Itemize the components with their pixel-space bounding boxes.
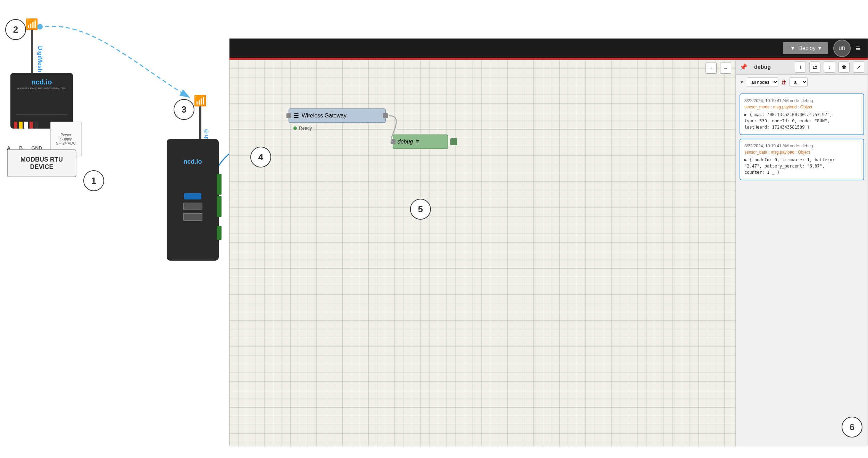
filter-bar: ▼ all nodes 🗑 all bbox=[736, 75, 868, 90]
step-4-circle: 4 bbox=[250, 147, 271, 167]
gateway-device-body: ncd.io bbox=[167, 139, 222, 268]
step-3-circle: 3 bbox=[174, 99, 194, 120]
green-strip-2 bbox=[217, 196, 222, 217]
wifi-icon-gateway: 📶 bbox=[194, 96, 207, 106]
terminal-block bbox=[14, 122, 38, 129]
filter-all-dropdown[interactable]: all bbox=[790, 77, 808, 87]
user-label: un bbox=[838, 44, 845, 52]
gateway-body-inner: ncd.io bbox=[167, 139, 219, 261]
status-dot bbox=[293, 126, 297, 130]
debug-pin-icon: 📌 bbox=[740, 63, 747, 71]
step-6-circle: 6 bbox=[842, 417, 862, 437]
canvas-area: + – 4 ☰ Wireless Gateway Ready bbox=[229, 60, 868, 447]
gateway-port-right bbox=[383, 113, 388, 118]
trash-icon[interactable]: 🗑 bbox=[781, 79, 787, 85]
content-text-2: ▶ { nodeId: 0, firmware: 1, battery: "2.… bbox=[744, 157, 835, 175]
eth-port-1 bbox=[183, 203, 202, 210]
green-strip-1 bbox=[217, 174, 222, 195]
green-connector bbox=[217, 226, 222, 240]
node-red-editor: ▼ Deploy ▾ un ≡ + – 4 ☰ bbox=[229, 38, 868, 445]
content-text-1: ▶ { mac: "00:13:a2:00:40:a1:52:97", type… bbox=[744, 112, 832, 130]
menu-button[interactable]: ≡ bbox=[856, 43, 861, 53]
debug-timestamp-2: 8/22/2024, 10:19:41 AM node: debug bbox=[744, 144, 859, 148]
step-2-circle: 2 bbox=[5, 19, 26, 40]
debug-output[interactable]: 8/22/2024, 10:19:41 AM node: debug senso… bbox=[736, 90, 868, 447]
wire-red bbox=[14, 122, 17, 129]
sidebar-icons: i 🗂 ↓ 🗑 ↗ bbox=[795, 62, 864, 73]
debug-message-2: 8/22/2024, 10:19:41 AM node: debug senso… bbox=[740, 139, 864, 180]
green-strips bbox=[217, 174, 222, 217]
debug-content-2: ▶ { nodeId: 0, firmware: 1, battery: "2.… bbox=[744, 157, 859, 175]
debug-label-1: sensor_mode : msg.payload : Object bbox=[744, 105, 859, 109]
usb-port bbox=[184, 193, 201, 199]
debug-port-left bbox=[391, 139, 395, 144]
label-text-2: sensor_data : msg.payload : Object bbox=[744, 150, 810, 155]
label-text-1: sensor_mode : msg.payload : Object bbox=[744, 105, 812, 109]
modbus-line1: MODBUS RTU bbox=[20, 156, 63, 163]
timestamp-text-1: 8/22/2024, 10:19:41 AM node: debug bbox=[744, 98, 813, 103]
step-1-label: 1 bbox=[91, 175, 96, 186]
debug-timestamp-1: 8/22/2024, 10:19:41 AM node: debug bbox=[744, 98, 859, 103]
canvas-add-button[interactable]: + bbox=[706, 63, 717, 74]
gateway-port-left bbox=[286, 113, 291, 118]
debug-sidebar: 📌 debug i 🗂 ↓ 🗑 ↗ ▼ all nodes 🗑 all bbox=[736, 60, 868, 447]
deploy-button[interactable]: ▼ Deploy ▾ bbox=[783, 42, 828, 54]
power-line1: Power bbox=[60, 133, 71, 137]
step-1-circle: 1 bbox=[83, 170, 104, 191]
modbus-line2: DEVICE bbox=[30, 163, 53, 171]
sidebar-expand-btn[interactable]: ↗ bbox=[853, 62, 864, 73]
main-canvas[interactable]: + – 4 ☰ Wireless Gateway Ready bbox=[229, 60, 736, 447]
gateway-node-icon: ☰ bbox=[293, 112, 299, 120]
step-2-label: 2 bbox=[13, 24, 18, 35]
step-5-label: 5 bbox=[418, 204, 423, 215]
canvas-minus-button[interactable]: – bbox=[720, 63, 731, 74]
wire-yellow bbox=[19, 122, 23, 129]
power-line3: 5 – 24 VDC bbox=[56, 141, 76, 145]
wire-black bbox=[35, 122, 38, 129]
deploy-dropdown-icon: ▾ bbox=[818, 45, 821, 51]
sidebar-copy-btn[interactable]: 🗂 bbox=[809, 62, 820, 73]
step-5-circle: 5 bbox=[410, 199, 431, 220]
deploy-label: Deploy bbox=[798, 45, 816, 51]
sidebar-info-btn[interactable]: i bbox=[795, 62, 806, 73]
eth-port-2 bbox=[183, 213, 202, 221]
gateway-logo: ncd.io bbox=[184, 158, 202, 165]
wire-red2 bbox=[30, 122, 33, 129]
sidebar-tab-label: debug bbox=[751, 62, 774, 72]
wireless-gateway-node[interactable]: ☰ Wireless Gateway Ready bbox=[289, 108, 386, 123]
debug-toggle[interactable] bbox=[450, 138, 457, 145]
sidebar-download-btn[interactable]: ↓ bbox=[824, 62, 835, 73]
antenna-stick-left bbox=[31, 30, 33, 75]
timestamp-text-2: 8/22/2024, 10:19:41 AM node: debug bbox=[744, 144, 813, 148]
ncd-body: ncd.io WIRELESS RS485 MODBUS TRANSMITTER bbox=[10, 73, 73, 129]
node-red-toolbar: ▼ Deploy ▾ un ≡ bbox=[229, 39, 868, 58]
debug-label-2: sensor_data : msg.payload : Object bbox=[744, 150, 859, 155]
user-button[interactable]: un bbox=[833, 40, 851, 57]
wire-white bbox=[24, 122, 28, 129]
modbus-device-box: MODBUS RTU DEVICE bbox=[7, 149, 76, 177]
gateway-node-label: Wireless Gateway bbox=[302, 113, 347, 119]
gateway-status: Ready bbox=[293, 125, 312, 131]
step-4-label: 4 bbox=[258, 152, 263, 163]
canvas-topbar: + – bbox=[701, 60, 735, 76]
step-6-label: 6 bbox=[850, 422, 854, 433]
filter-icon: ▼ bbox=[740, 80, 744, 85]
step-3-label: 3 bbox=[182, 104, 186, 115]
debug-message-1: 8/22/2024, 10:19:41 AM node: debug senso… bbox=[740, 93, 864, 135]
sidebar-trash-btn[interactable]: 🗑 bbox=[838, 62, 850, 73]
deploy-icon: ▼ bbox=[790, 45, 795, 51]
power-line2: Supply bbox=[60, 137, 72, 141]
device-label: WIRELESS RS485 MODBUS TRANSMITTER bbox=[15, 87, 68, 90]
debug-node[interactable]: debug ≡ bbox=[393, 134, 448, 149]
debug-content-1: ▶ { mac: "00:13:a2:00:40:a1:52:97", type… bbox=[744, 112, 859, 130]
menu-label: ≡ bbox=[856, 43, 861, 53]
sidebar-tabs: 📌 debug i 🗂 ↓ 🗑 ↗ bbox=[736, 60, 868, 75]
status-text: Ready bbox=[299, 125, 312, 131]
debug-node-label: debug bbox=[398, 139, 413, 145]
filter-nodes-dropdown[interactable]: all nodes bbox=[747, 77, 778, 87]
debug-node-icon: ≡ bbox=[416, 138, 420, 146]
ncd-logo-left: ncd.io bbox=[32, 78, 52, 86]
